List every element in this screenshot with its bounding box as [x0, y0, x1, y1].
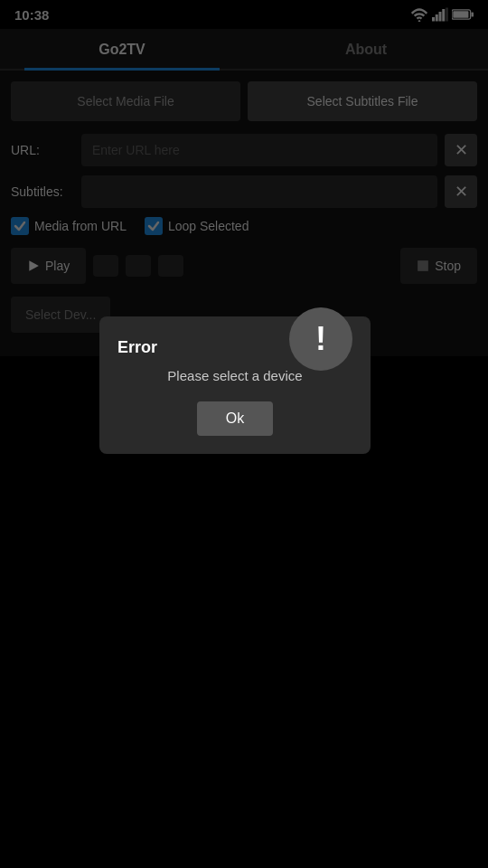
dialog-ok-button[interactable]: Ok: [197, 401, 273, 436]
error-dialog: ! Error Please select a device Ok: [99, 316, 371, 454]
dialog-error-icon: !: [315, 323, 326, 355]
dialog-title: Error: [117, 338, 157, 357]
dialog-icon-circle: !: [289, 307, 352, 371]
dialog-message: Please select a device: [167, 368, 302, 383]
